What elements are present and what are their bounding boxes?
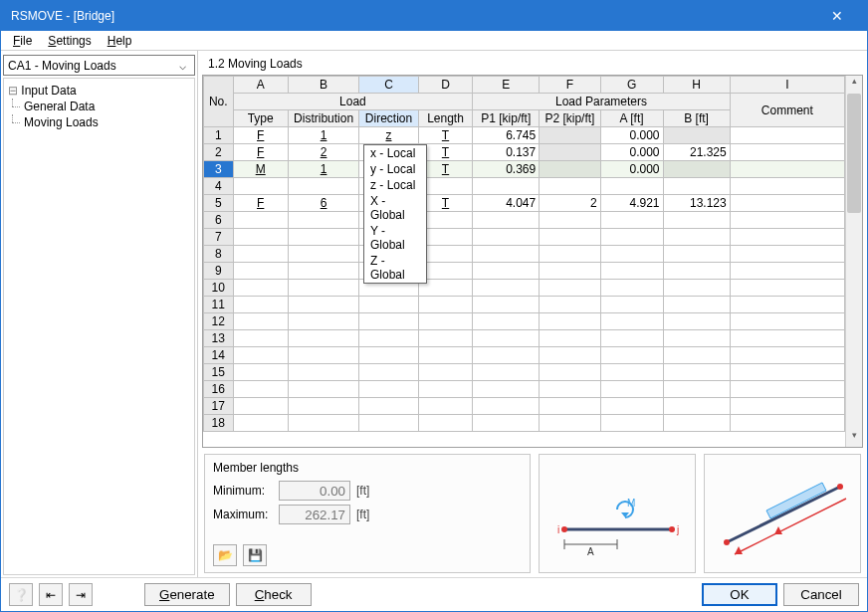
cell[interactable]: [418, 297, 473, 313]
cell[interactable]: z: [359, 127, 418, 144]
cell[interactable]: [473, 280, 540, 297]
cell[interactable]: [288, 364, 358, 381]
col-letter[interactable]: A: [233, 77, 288, 94]
tree-general-data[interactable]: General Data: [6, 99, 192, 114]
cell[interactable]: [233, 330, 288, 347]
cell[interactable]: [540, 398, 600, 415]
row-header[interactable]: 18: [204, 415, 234, 432]
cell[interactable]: [359, 313, 418, 330]
cell[interactable]: [473, 415, 540, 432]
col-letter[interactable]: I: [730, 77, 844, 94]
cell[interactable]: [288, 229, 358, 246]
menu-help[interactable]: Help: [102, 32, 138, 50]
generate-button[interactable]: Generate: [144, 583, 230, 606]
cell[interactable]: [600, 297, 663, 313]
save-icon[interactable]: 💾: [243, 544, 267, 566]
col-a[interactable]: A [ft]: [600, 110, 663, 127]
cell[interactable]: 13.123: [663, 195, 730, 212]
cell[interactable]: [730, 415, 844, 432]
row-header[interactable]: 10: [204, 280, 234, 297]
cell[interactable]: [540, 178, 600, 195]
cancel-button[interactable]: Cancel: [783, 583, 859, 606]
cell[interactable]: [600, 246, 663, 263]
col-b[interactable]: B [ft]: [663, 110, 730, 127]
cell[interactable]: [600, 415, 663, 432]
check-button[interactable]: Check: [236, 583, 312, 606]
col-letter[interactable]: D: [418, 77, 473, 94]
cell[interactable]: [663, 415, 730, 432]
row-header[interactable]: 11: [204, 297, 234, 313]
cell[interactable]: [540, 161, 600, 178]
cell[interactable]: [359, 347, 418, 364]
vertical-scrollbar[interactable]: ▴ ▾: [845, 76, 862, 447]
cell[interactable]: 0.000: [600, 127, 663, 144]
col-type[interactable]: Type: [233, 110, 288, 127]
cell[interactable]: [600, 398, 663, 415]
dropdown-option[interactable]: y - Local: [364, 161, 426, 177]
cell[interactable]: [663, 398, 730, 415]
cell[interactable]: [730, 364, 844, 381]
cell[interactable]: 6.745: [473, 127, 540, 144]
cell[interactable]: [663, 178, 730, 195]
cell[interactable]: [473, 212, 540, 229]
cell[interactable]: 6: [288, 195, 358, 212]
cell[interactable]: 0.369: [473, 161, 540, 178]
cell[interactable]: [540, 364, 600, 381]
cell[interactable]: [663, 280, 730, 297]
col-p2[interactable]: P2 [kip/ft]: [540, 110, 600, 127]
row-header[interactable]: 17: [204, 398, 234, 415]
cell[interactable]: [473, 246, 540, 263]
row-header[interactable]: 16: [204, 381, 234, 398]
menu-file[interactable]: File: [7, 32, 38, 50]
cell[interactable]: F: [233, 127, 288, 144]
cell[interactable]: [359, 330, 418, 347]
cell[interactable]: [663, 229, 730, 246]
cell[interactable]: [663, 313, 730, 330]
cell[interactable]: [730, 280, 844, 297]
cell[interactable]: [418, 364, 473, 381]
col-distribution[interactable]: Distribution: [288, 110, 358, 127]
dropdown-option[interactable]: Y - Global: [364, 223, 426, 253]
cell[interactable]: [418, 415, 473, 432]
cell[interactable]: [288, 297, 358, 313]
dropdown-option[interactable]: X - Global: [364, 193, 426, 223]
cell[interactable]: [600, 280, 663, 297]
cell[interactable]: [600, 178, 663, 195]
cell[interactable]: [540, 415, 600, 432]
row-header[interactable]: 12: [204, 313, 234, 330]
cell[interactable]: [288, 212, 358, 229]
cell[interactable]: [233, 263, 288, 280]
cell[interactable]: [288, 381, 358, 398]
col-no-header[interactable]: No.: [204, 77, 234, 127]
col-letter[interactable]: B: [288, 77, 358, 94]
cell[interactable]: [730, 144, 844, 161]
tree-root[interactable]: Input Data: [6, 83, 192, 99]
col-letter[interactable]: C: [359, 77, 418, 94]
tree-moving-loads[interactable]: Moving Loads: [6, 114, 192, 130]
cell[interactable]: [600, 229, 663, 246]
scroll-up-icon[interactable]: ▴: [846, 76, 862, 93]
cell[interactable]: T: [418, 127, 473, 144]
cell[interactable]: [730, 330, 844, 347]
cell[interactable]: [288, 178, 358, 195]
cell[interactable]: [233, 313, 288, 330]
cell[interactable]: [233, 364, 288, 381]
scroll-down-icon[interactable]: ▾: [846, 430, 862, 447]
row-header[interactable]: 3: [204, 161, 234, 178]
cell[interactable]: [540, 246, 600, 263]
menu-settings[interactable]: Settings: [42, 32, 97, 50]
row-header[interactable]: 7: [204, 229, 234, 246]
cell[interactable]: [663, 347, 730, 364]
cell[interactable]: [663, 246, 730, 263]
cell[interactable]: 2: [288, 144, 358, 161]
cell[interactable]: [540, 127, 600, 144]
cell[interactable]: [540, 144, 600, 161]
cell[interactable]: [730, 313, 844, 330]
cell[interactable]: [540, 381, 600, 398]
cell[interactable]: [600, 381, 663, 398]
cell[interactable]: [663, 330, 730, 347]
cell[interactable]: [418, 381, 473, 398]
cell[interactable]: [540, 297, 600, 313]
row-header[interactable]: 15: [204, 364, 234, 381]
cell[interactable]: F: [233, 195, 288, 212]
